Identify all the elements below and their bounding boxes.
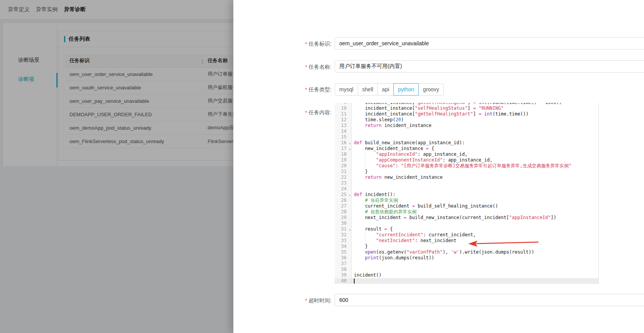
line-number: 30 <box>335 221 352 226</box>
code-text: current_incident = build_self_healing_in… <box>352 203 598 209</box>
code-editor-content: 9 incident_instance["gmtSelfHealingEnd"]… <box>335 103 598 284</box>
code-text <box>352 261 598 267</box>
code-line-22: 22 return new_incident_instance <box>335 175 598 180</box>
code-text: incident_instance["gmtSelfHealingStart"]… <box>352 111 598 117</box>
task-type-option-python[interactable]: python <box>393 83 419 96</box>
code-text: return new_incident_instance <box>352 175 598 180</box>
code-text: "currentIncident": current_incident, <box>352 232 598 238</box>
line-number: 28 <box>335 209 352 215</box>
required-asterisk: * <box>305 110 307 115</box>
indent-guide <box>365 163 365 169</box>
task-id-input[interactable] <box>335 37 644 49</box>
code-text: print(json.dumps(result)) <box>352 255 598 261</box>
code-text: # 自愈依赖新的异常实例 <box>352 209 598 215</box>
code-line-18: 18 "appInstanceId": app_instance_id, <box>335 152 598 157</box>
task-type-option-api[interactable]: api <box>377 83 394 96</box>
code-line-28: 28 # 自愈依赖新的异常实例 <box>335 209 598 215</box>
line-number: 40 <box>335 278 352 284</box>
code-line-12: 12 time.sleep(20) <box>335 117 598 123</box>
code-text <box>352 267 598 272</box>
line-number: 12 <box>335 117 352 123</box>
code-text: } <box>352 169 598 175</box>
code-text: def incident(): <box>352 192 598 198</box>
code-line-35: 35 open(os.getenv("varConfPath"), 'w').w… <box>335 249 598 255</box>
task-content-label: *任务内容: <box>233 109 332 116</box>
code-text: new_incident_instance = { <box>352 146 598 152</box>
required-asterisk: * <box>305 41 307 47</box>
line-number: 9 <box>335 103 352 106</box>
indent-guide <box>365 157 365 163</box>
task-id-label: *任务标识: <box>233 41 332 48</box>
task-name-input[interactable] <box>335 60 644 73</box>
code-text <box>352 278 598 284</box>
code-line-39: 39incident() <box>335 272 598 278</box>
code-line-20: 20 "cause": "[用户订单服务异常诊断]交易服务异常引起订单服务异常,… <box>335 163 598 169</box>
line-number: 16▾ <box>335 140 352 146</box>
modal-mask[interactable] <box>0 0 233 333</box>
timeout-label: *超时时间: <box>233 297 332 304</box>
code-line-16: 16▾def build_new_instance(app_instance_i… <box>335 140 598 146</box>
code-text: time.sleep(20) <box>352 117 598 123</box>
code-line-9: 9 incident_instance["gmtSelfHealingEnd"]… <box>335 103 598 106</box>
code-line-11: 11 incident_instance["gmtSelfHealingStar… <box>335 111 598 117</box>
code-line-25: 25▾def incident(): <box>335 192 598 198</box>
line-number: 27 <box>335 203 352 209</box>
line-number: 34 <box>335 244 352 249</box>
line-number: 29 <box>335 215 352 221</box>
code-line-26: 26 # 当前异常实例 <box>335 198 598 203</box>
line-number: 15 <box>335 134 352 140</box>
task-type-option-mysql[interactable]: mysql <box>335 83 358 96</box>
code-text <box>352 221 598 226</box>
code-text: } <box>352 244 598 249</box>
line-number: 25▾ <box>335 192 352 198</box>
required-asterisk: * <box>305 298 307 303</box>
line-number: 33 <box>335 238 352 244</box>
code-line-30: 30 <box>335 221 598 226</box>
indent-guide <box>365 238 365 244</box>
code-line-37: 37 <box>335 261 598 267</box>
code-line-15: 15 <box>335 134 598 140</box>
code-editor[interactable]: 9 incident_instance["gmtSelfHealingEnd"]… <box>335 103 599 284</box>
code-line-24: 24 <box>335 186 598 192</box>
line-number: 14 <box>335 129 352 134</box>
code-line-21: 21 } <box>335 169 598 175</box>
code-text <box>352 180 598 186</box>
code-line-14: 14 <box>335 129 598 134</box>
task-type-option-groovy[interactable]: groovy <box>418 83 444 96</box>
required-asterisk: * <box>305 64 307 70</box>
indent-guide <box>365 152 365 157</box>
code-text: "nextIncident": next_incident <box>352 238 598 244</box>
line-number: 35 <box>335 249 352 255</box>
line-number: 11 <box>335 111 352 117</box>
code-text <box>352 129 598 134</box>
line-number: 38 <box>335 267 352 272</box>
line-number: 36 <box>335 255 352 261</box>
code-line-27: 27 current_incident = build_self_healing… <box>335 203 598 209</box>
task-edit-drawer: *任务标识: *任务名称: *任务类型: mysqlshellapipython… <box>233 0 644 333</box>
code-text: # 当前异常实例 <box>352 198 598 203</box>
line-number: 23 <box>335 180 352 186</box>
code-line-34: 34 } <box>335 244 598 249</box>
line-number: 39 <box>335 272 352 278</box>
code-line-38: 38 <box>335 267 598 272</box>
line-number: 19 <box>335 157 352 163</box>
code-text: "appComponentInstanceId": app_instance_i… <box>352 157 598 163</box>
line-number: 17▾ <box>335 146 352 152</box>
line-number: 10 <box>335 106 352 111</box>
line-number: 32 <box>335 232 352 238</box>
code-text: incident_instance["gmtSelfHealingEnd"] =… <box>352 103 598 106</box>
task-type-option-shell[interactable]: shell <box>358 83 378 96</box>
timeout-input[interactable] <box>335 294 644 306</box>
task-type-label: *任务类型: <box>233 86 332 93</box>
code-line-19: 19 "appComponentInstanceId": app_instanc… <box>335 157 598 163</box>
code-line-32: 32 "currentIncident": current_incident, <box>335 232 598 238</box>
line-number: 20 <box>335 163 352 169</box>
code-line-23: 23 <box>335 180 598 186</box>
code-text: next_incident = build_new_instance(curre… <box>352 215 598 221</box>
code-text: "cause": "[用户订单服务异常诊断]交易服务异常引起订单服务异常,生成交… <box>352 163 598 169</box>
task-name-label: *任务名称: <box>233 64 332 71</box>
line-number: 24 <box>335 186 352 192</box>
code-line-40: 40 <box>335 278 598 284</box>
code-text: result = { <box>352 226 598 232</box>
code-text: return incident_instance <box>352 123 598 129</box>
